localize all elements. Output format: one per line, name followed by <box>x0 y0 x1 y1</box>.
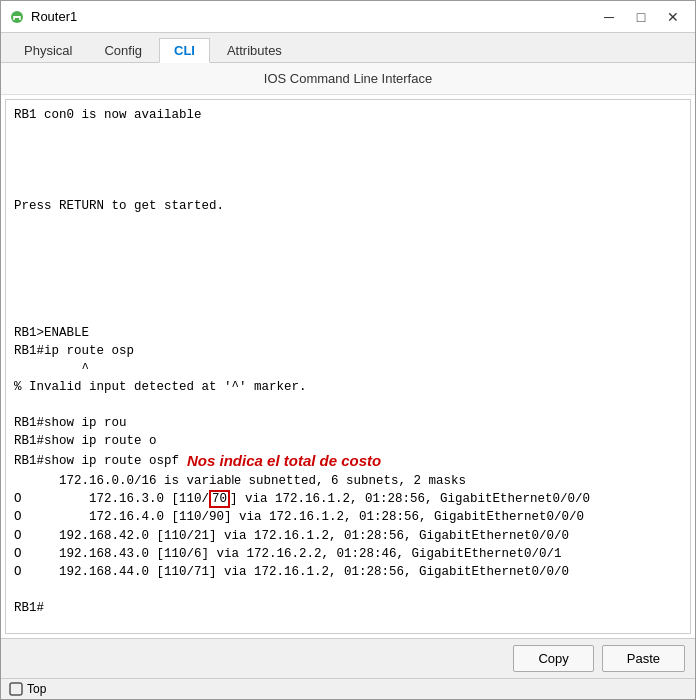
terminal-line <box>14 179 682 197</box>
terminal-line <box>14 251 682 269</box>
terminal-line <box>14 233 682 251</box>
bottom-bar: Copy Paste <box>1 638 695 678</box>
terminal-line: RB1 con0 is now available <box>14 106 682 124</box>
terminal-line <box>14 215 682 233</box>
terminal-line <box>14 396 682 414</box>
terminal-line: 172.16.0.0/16 is variable subnetted, 6 s… <box>14 472 682 490</box>
show-ospf-cmd: RB1#show ip route ospf <box>14 452 179 470</box>
terminal-line: RB1#show ip rou <box>14 414 682 432</box>
terminal-line <box>14 581 682 599</box>
svg-rect-1 <box>13 16 21 18</box>
paste-button[interactable]: Paste <box>602 645 685 672</box>
terminal-line: RB1#ip route osp <box>14 342 682 360</box>
terminal-line <box>14 287 682 305</box>
terminal-line: RB1>ENABLE <box>14 324 682 342</box>
terminal-line: O 172.16.3.0 [110/70] via 172.16.1.2, 01… <box>14 490 682 508</box>
minimize-button[interactable]: ─ <box>595 6 623 28</box>
router-icon <box>9 9 25 25</box>
terminal-line <box>14 142 682 160</box>
title-bar: Router1 ─ □ ✕ <box>1 1 695 33</box>
svg-point-2 <box>13 18 15 20</box>
title-bar-controls: ─ □ ✕ <box>595 6 687 28</box>
terminal-line <box>14 269 682 287</box>
tab-cli[interactable]: CLI <box>159 38 210 63</box>
terminal-prompt: RB1# <box>14 599 682 617</box>
window-title: Router1 <box>31 9 77 24</box>
terminal-line: O 192.168.43.0 [110/6] via 172.16.2.2, 0… <box>14 545 682 563</box>
terminal-line: Press RETURN to get started. <box>14 197 682 215</box>
terminal-line <box>14 305 682 323</box>
tab-physical[interactable]: Physical <box>9 38 87 63</box>
svg-rect-4 <box>10 683 22 695</box>
terminal-line: RB1#show ip route o <box>14 432 682 450</box>
title-bar-left: Router1 <box>9 9 77 25</box>
maximize-button[interactable]: □ <box>627 6 655 28</box>
highlight-cost-70: 70 <box>209 490 230 508</box>
main-window: Router1 ─ □ ✕ Physical Config CLI Attrib… <box>0 0 696 700</box>
tab-attributes[interactable]: Attributes <box>212 38 297 63</box>
terminal-line: RB1#show ip route ospf Nos indica el tot… <box>14 450 682 472</box>
close-button[interactable]: ✕ <box>659 6 687 28</box>
copy-button[interactable]: Copy <box>513 645 593 672</box>
terminal-line <box>14 160 682 178</box>
terminal-line: O 192.168.42.0 [110/21] via 172.16.1.2, … <box>14 527 682 545</box>
checkbox-icon <box>9 682 23 696</box>
svg-point-3 <box>19 18 21 20</box>
terminal-line: % Invalid input detected at '^' marker. <box>14 378 682 396</box>
terminal-line: O 172.16.4.0 [110/90] via 172.16.1.2, 01… <box>14 508 682 526</box>
cli-header: IOS Command Line Interface <box>1 63 695 95</box>
status-bar: Top <box>1 678 695 699</box>
status-label: Top <box>27 682 46 696</box>
tab-config[interactable]: Config <box>89 38 157 63</box>
content-area: IOS Command Line Interface RB1 con0 is n… <box>1 63 695 678</box>
tab-bar: Physical Config CLI Attributes <box>1 33 695 63</box>
terminal-line: ^ <box>14 360 682 378</box>
terminal-line <box>14 124 682 142</box>
terminal[interactable]: RB1 con0 is now available Press RETURN t… <box>5 99 691 634</box>
annotation-label: Nos indica el total de costo <box>187 450 381 472</box>
terminal-line: O 192.168.44.0 [110/71] via 172.16.1.2, … <box>14 563 682 581</box>
